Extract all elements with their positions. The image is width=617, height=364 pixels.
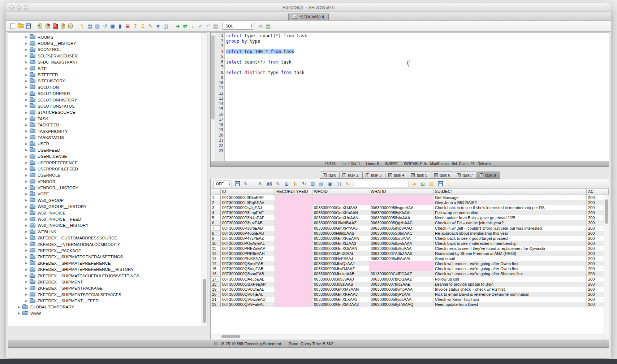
refresh-table-icon[interactable]: ↻ [301,181,307,187]
grid-cell[interactable]: 0033000000GmXLXAA3 [312,297,369,302]
add-connection-icon[interactable]: ✚ [59,22,66,30]
tree-item-solutionhistory[interactable]: ▶SOLUTIONHISTORY [8,97,201,103]
grid-cell[interactable]: 006300000058yd5AAA [369,297,433,302]
result-tab-task-5[interactable]: ✕task 5 [408,172,431,179]
disclosure-triangle-icon[interactable]: ▶ [24,148,29,152]
disclosure-triangle-icon[interactable]: ▶ [24,92,29,95]
tree-item-solutionfeed[interactable]: ▶SOLUTIONFEED [8,91,201,97]
table-row[interactable]: 100T3000000L0RknEAFGet Massage200 [211,195,609,200]
grid-cell[interactable] [312,195,369,200]
table-describe-icon[interactable]: ▤ [309,181,316,187]
result-tab-task-2[interactable]: ✕task 2 [339,172,362,179]
row-number-cell[interactable]: 22 [211,302,221,307]
grid-cell[interactable] [312,200,369,205]
tree-item-global temporary[interactable]: ▶GLOBAL TEMPORARY [8,304,201,310]
grid-cell[interactable]: 006300000058x9qAAA [369,246,433,251]
table-row[interactable]: 1800T3000000QBXPeEAP0033000000Ju9zlAAB00… [211,282,609,287]
grid-vscrollbar-thumb[interactable] [605,199,608,224]
tree-item-vendor__history[interactable]: ▶VENDOR__HISTORY [8,185,201,191]
row-number-cell[interactable]: 13 [211,256,221,261]
view-glasses-icon[interactable]: 66 [266,181,273,187]
grid-cell[interactable] [275,215,312,220]
grid-cell[interactable] [369,200,433,205]
tab-close-icon[interactable]: ✕ [480,173,483,177]
edit-mode-icon[interactable]: ✎ [275,181,281,187]
disconnect-db-icon[interactable] [44,22,51,30]
panel-splitter[interactable] [207,32,210,339]
grid-cell[interactable] [275,246,312,251]
tree-item-weblink[interactable]: ▶WEBLINK [8,229,201,235]
disclosure-triangle-icon[interactable]: ▶ [24,79,29,83]
tree-item-userrole[interactable]: ▶USERROLE [8,172,201,178]
grid-cell[interactable]: 0033000000Ju9J9AAJ [312,277,369,282]
table-row[interactable]: 1400T3000000Q8rexEAB0033000000JbvQzAAJCh… [211,261,609,266]
grid-cell[interactable]: 0033000000GmXMDAA3 [312,302,369,307]
tab-close-icon[interactable]: ✕ [293,15,297,19]
disclosure-triangle-icon[interactable]: ▶ [24,211,29,214]
open-file-icon[interactable] [17,22,24,30]
tree-item-view[interactable]: ▶VIEW [8,310,201,316]
grid-cell[interactable]: Check back to see if interested in membe… [433,241,587,246]
grid-cell[interactable]: 0033000000GmXPYAA3 [312,226,369,231]
tree-item-rooms[interactable]: ▶ROOMS [8,34,201,40]
disclosure-triangle-icon[interactable]: ▶ [24,167,29,170]
sql-type-select[interactable]: SQL▲▼ [222,23,254,30]
grid-cell[interactable]: 00T3000000QV8TjEAL [221,292,275,297]
tree-item-taskpriority[interactable]: ▶TASKPRIORITY [8,128,201,134]
tab-close-icon[interactable]: ✕ [388,173,392,177]
tree-item-w50_group__history[interactable]: ▶W50_GROUP__HISTORY [8,204,201,210]
close-window-button[interactable] [9,5,14,10]
document-tab[interactable]: ✕ *SFDCW50 II [288,13,329,20]
disclosure-triangle-icon[interactable]: ▶ [24,192,29,196]
grid-cell[interactable] [275,231,312,236]
grid-cell[interactable]: 0033000000H9aNBAAZ [312,220,369,225]
table-columns-icon[interactable]: ▥ [318,181,325,187]
grid-cell[interactable]: 006300000058yKhAAI [369,210,433,215]
tree-item-sfdc_registrant[interactable]: ▶SFDC_REGISTRANT [8,59,201,65]
grid-cell[interactable]: 00T3000000L0RknEAF [221,195,275,200]
table-row[interactable]: 1000T3000000POeAnEAL0033000000GmXIZAA300… [211,241,609,246]
grid-cell[interactable]: 0013000000C4fFCAAZ [369,271,433,276]
grid-cell[interactable] [369,195,433,200]
disclosure-triangle-icon[interactable]: ▶ [24,199,29,202]
grid-cell[interactable]: 006300000058ympAAA [369,287,433,292]
tree-item-rooms__history[interactable]: ▶ROOMS__HISTORY [8,40,201,46]
grid-cell[interactable]: 00630000007bIc2AAE [369,282,433,287]
grid-cell[interactable] [275,251,312,256]
grid-cell[interactable]: 0033000000JbvQzAAJ [312,261,369,266]
grid-cell[interactable] [275,205,312,210]
grid-cell[interactable]: 006300000058yPzAAI [369,292,433,297]
grid-cell[interactable]: Follow up call [433,277,587,282]
disclosure-triangle-icon[interactable]: ▶ [24,174,29,177]
notes-icon[interactable]: ▤ [428,181,435,187]
grid-cell[interactable]: 006300000058xrqAAA [369,236,433,241]
grid-cell[interactable] [275,277,312,282]
tab-close-icon[interactable]: ✕ [434,173,438,177]
copy-cell-icon[interactable]: ▣ [327,181,333,187]
table-row[interactable]: 500T3000000P3N4pEAF0033000000GmXHnAAN006… [211,215,609,220]
export-table-icon[interactable]: ↧ [131,22,139,30]
tree-item-zkfedex__shipmatepreference__history[interactable]: ▶ZKFEDEX__SHIPMATEPREFERENCE__HISTORY [8,266,201,272]
grid-cell[interactable] [275,210,312,215]
disclosure-triangle-icon[interactable]: ▶ [24,42,29,45]
table-row[interactable]: 900T3000000P47LYEAZ0033000000GmXKmAAN006… [211,236,609,241]
row-number-cell[interactable]: 5 [211,215,221,220]
highlighter-icon[interactable]: ✎ [344,181,351,187]
rollback-icon[interactable]: ↶ [204,22,212,30]
favorites-star-icon[interactable]: ★ [154,22,162,30]
disclosure-triangle-icon[interactable]: ▶ [24,142,29,146]
grid-cell[interactable]: 00T3000000P3yrbEAB [221,226,275,231]
export-grid-icon[interactable]: ⊞ [419,181,426,187]
grid-cell[interactable] [275,241,312,246]
grid-cell[interactable]: 00T3000000PREZaEAP [221,246,275,251]
search-go-icon[interactable]: ➔ [411,181,418,187]
row-number-cell[interactable]: 17 [211,277,221,282]
grid-cell[interactable]: 00T3000000PfvKSEAZ [221,256,275,261]
grid-cell[interactable]: 006300000058xlaAAA [369,215,433,220]
table-row[interactable]: 400T3000000P3LopEAF0033000000GmXKnAAN006… [211,210,609,215]
row-number-cell[interactable]: 21 [211,297,221,302]
tree-vertical-scrollbar[interactable] [202,32,207,326]
grid-cell[interactable] [369,266,433,271]
disclosure-triangle-icon[interactable]: ▶ [24,243,29,246]
grid-cell[interactable] [275,292,312,297]
